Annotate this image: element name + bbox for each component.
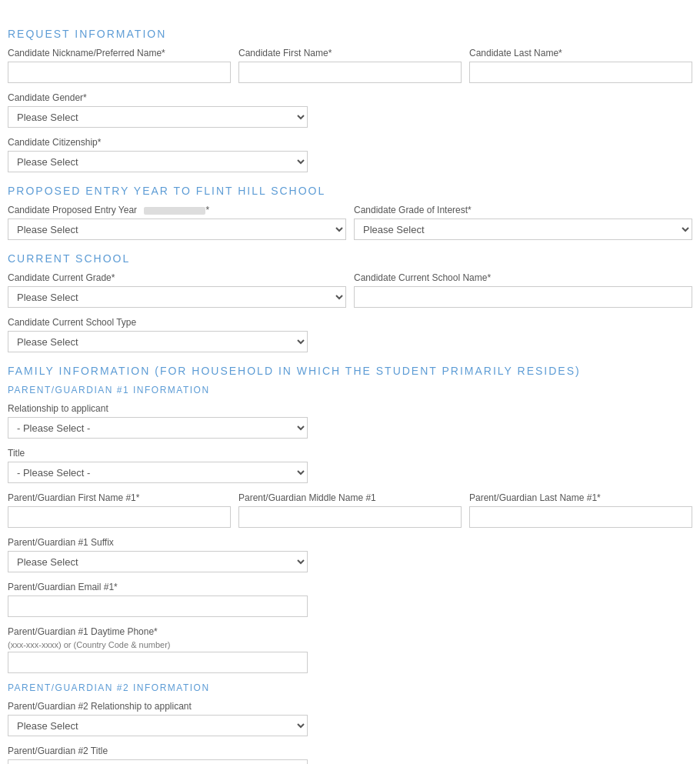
guardian1-relationship-group: Relationship to applicant - Please Selec… — [8, 403, 308, 439]
guardian2-relationship-group: Parent/Guardian #2 Relationship to appli… — [8, 701, 308, 736]
current-school-type-select[interactable]: Please Select — [8, 331, 308, 352]
current-grade-group: Candidate Current Grade* Please Select — [8, 272, 346, 308]
guardian2-relationship-row: Parent/Guardian #2 Relationship to appli… — [8, 701, 692, 736]
gender-row: Candidate Gender* Please Select — [8, 92, 692, 128]
current-grade-label: Candidate Current Grade* — [8, 272, 346, 283]
family-title: FAMILY INFORMATION (FOR HOUSEHOLD IN WHI… — [8, 365, 692, 377]
current-grade-select[interactable]: Please Select — [8, 286, 346, 308]
guardian1-phone-group: Parent/Guardian #1 Daytime Phone* (xxx-x… — [8, 626, 308, 673]
gender-label: Candidate Gender* — [8, 92, 308, 103]
candidate-name-row: Candidate Nickname/Preferred Name* Candi… — [8, 48, 692, 83]
nickname-label: Candidate Nickname/Preferred Name* — [8, 48, 231, 58]
guardian1-name-row: Parent/Guardian First Name #1* Parent/Gu… — [8, 492, 692, 528]
guardian1-phone-row: Parent/Guardian #1 Daytime Phone* (xxx-x… — [8, 626, 692, 673]
lastname-input[interactable] — [469, 62, 692, 83]
page-title: REQUEST INFORMATION — [8, 28, 692, 40]
citizenship-select[interactable]: Please Select — [8, 151, 308, 172]
nickname-group: Candidate Nickname/Preferred Name* — [8, 48, 231, 83]
guardian1-relationship-row: Relationship to applicant - Please Selec… — [8, 403, 692, 439]
guardian1-phone-label: Parent/Guardian #1 Daytime Phone* — [8, 626, 308, 637]
current-school-name-label: Candidate Current School Name* — [354, 272, 692, 283]
nickname-input[interactable] — [8, 62, 231, 83]
guardian1-lastname-label: Parent/Guardian Last Name #1* — [469, 492, 692, 503]
guardian2-title-label: Parent/Guardian #2 Title — [8, 746, 308, 756]
grade-interest-label: Candidate Grade of Interest* — [354, 205, 692, 215]
guardian1-suffix-select[interactable]: Please Select — [8, 551, 308, 572]
lastname-group: Candidate Last Name* — [469, 48, 692, 83]
guardian1-relationship-select[interactable]: - Please Select - — [8, 417, 308, 439]
current-school-type-label: Candidate Current School Type — [8, 317, 308, 328]
citizenship-row: Candidate Citizenship* Please Select — [8, 137, 692, 172]
guardian1-lastname-group: Parent/Guardian Last Name #1* — [469, 492, 692, 528]
guardian1-suffix-row: Parent/Guardian #1 Suffix Please Select — [8, 537, 692, 572]
guardian2-relationship-select[interactable]: Please Select — [8, 715, 308, 736]
citizenship-group: Candidate Citizenship* Please Select — [8, 137, 308, 172]
gender-group: Candidate Gender* Please Select — [8, 92, 308, 128]
guardian1-phone-hint: (xxx-xxx-xxxx) or (Country Code & number… — [8, 640, 308, 649]
guardian1-title-group: Title - Please Select - — [8, 448, 308, 483]
citizenship-label: Candidate Citizenship* — [8, 137, 308, 148]
guardian1-firstname-input[interactable] — [8, 506, 231, 528]
current-school-type-group: Candidate Current School Type Please Sel… — [8, 317, 308, 352]
guardian1-email-row: Parent/Guardian Email #1* — [8, 582, 692, 617]
guardian1-title-row: Title - Please Select - — [8, 448, 692, 483]
entry-year-group: Candidate Proposed Entry Year * Please S… — [8, 205, 346, 240]
guardian2-relationship-label: Parent/Guardian #2 Relationship to appli… — [8, 701, 308, 712]
guardian1-email-input[interactable] — [8, 596, 308, 617]
guardian2-title-row: Parent/Guardian #2 Title Please Select — [8, 746, 692, 764]
lastname-label: Candidate Last Name* — [469, 48, 692, 58]
current-school-name-input[interactable] — [354, 286, 692, 308]
current-school-type-row: Candidate Current School Type Please Sel… — [8, 317, 692, 352]
current-school-title: CURRENT SCHOOL — [8, 252, 692, 265]
guardian1-lastname-input[interactable] — [469, 506, 692, 528]
guardian1-email-label: Parent/Guardian Email #1* — [8, 582, 308, 592]
guardian1-phone-input[interactable] — [8, 652, 308, 673]
guardian1-firstname-group: Parent/Guardian First Name #1* — [8, 492, 231, 528]
firstname-label: Candidate First Name* — [238, 48, 462, 58]
guardian2-subtitle: PARENT/GUARDIAN #2 INFORMATION — [8, 682, 692, 693]
guardian1-title-select[interactable]: - Please Select - — [8, 462, 308, 483]
gender-select[interactable]: Please Select — [8, 106, 308, 128]
entry-year-label: Candidate Proposed Entry Year * — [8, 205, 346, 215]
guardian1-email-group: Parent/Guardian Email #1* — [8, 582, 308, 617]
guardian1-subtitle: PARENT/GUARDIAN #1 INFORMATION — [8, 385, 692, 395]
current-school-name-group: Candidate Current School Name* — [354, 272, 692, 308]
guardian1-title-label: Title — [8, 448, 308, 459]
firstname-group: Candidate First Name* — [238, 48, 462, 83]
guardian1-firstname-label: Parent/Guardian First Name #1* — [8, 492, 231, 503]
guardian1-middlename-group: Parent/Guardian Middle Name #1 — [238, 492, 462, 528]
guardian1-relationship-label: Relationship to applicant — [8, 403, 308, 414]
current-school-row1: Candidate Current Grade* Please Select C… — [8, 272, 692, 308]
guardian1-middlename-input[interactable] — [238, 506, 462, 528]
guardian1-suffix-label: Parent/Guardian #1 Suffix — [8, 537, 308, 548]
guardian2-title-group: Parent/Guardian #2 Title Please Select — [8, 746, 308, 764]
proposed-entry-title: PROPOSED ENTRY YEAR TO FLINT HILL SCHOOL — [8, 185, 692, 197]
entry-year-row: Candidate Proposed Entry Year * Please S… — [8, 205, 692, 240]
guardian1-middlename-label: Parent/Guardian Middle Name #1 — [238, 492, 462, 503]
firstname-input[interactable] — [238, 62, 462, 83]
guardian2-title-select[interactable]: Please Select — [8, 759, 308, 764]
guardian1-suffix-group: Parent/Guardian #1 Suffix Please Select — [8, 537, 308, 572]
entry-year-select[interactable]: Please Select — [8, 219, 346, 240]
grade-interest-group: Candidate Grade of Interest* Please Sele… — [354, 205, 692, 240]
grade-interest-select[interactable]: Please Select — [354, 219, 692, 240]
